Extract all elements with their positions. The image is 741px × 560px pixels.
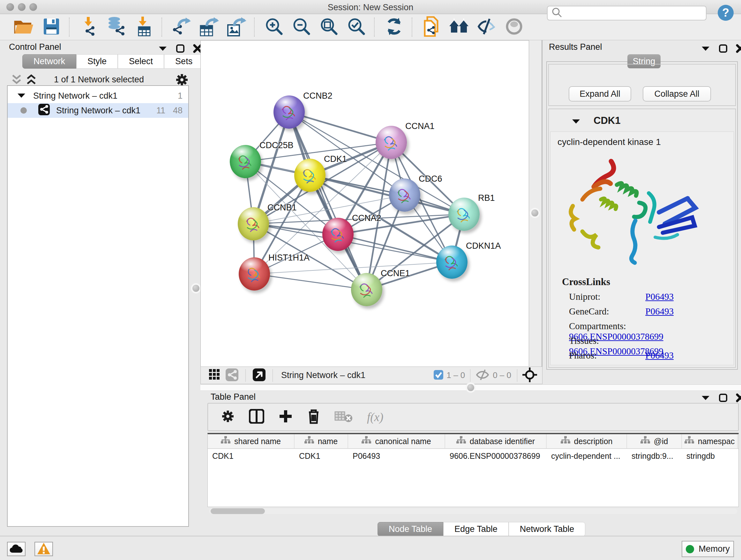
- tab-sets[interactable]: Sets: [164, 54, 204, 69]
- zoom-fit-button[interactable]: [318, 18, 340, 36]
- column-header-shared-name[interactable]: shared name: [208, 434, 294, 448]
- left-splitter-handle[interactable]: [192, 285, 199, 292]
- tab-edge-table[interactable]: Edge Table: [443, 522, 509, 537]
- crosslink-label: Uniprot:: [569, 292, 643, 302]
- network-node-CCNA2[interactable]: [322, 218, 354, 251]
- network-tree: String Network – cdk1 1 String Network –…: [7, 85, 189, 527]
- network-node-CDC25B[interactable]: [230, 145, 261, 178]
- collapse-all-networks-icon[interactable]: [11, 74, 22, 87]
- table-scrollbar-thumb[interactable]: [211, 508, 265, 514]
- show-all-button[interactable]: [503, 18, 525, 36]
- maximize-panel-icon[interactable]: [719, 393, 728, 403]
- export-table-button[interactable]: [198, 18, 220, 36]
- float-panel-icon[interactable]: [701, 395, 711, 402]
- birdseye-crosshair-icon[interactable]: [522, 368, 537, 383]
- help-button[interactable]: ?: [718, 4, 734, 22]
- network-node-CCNB2[interactable]: [273, 96, 305, 129]
- column-header-database-identifier[interactable]: database identifier: [445, 434, 547, 448]
- horizontal-splitter-handle[interactable]: [467, 384, 474, 391]
- zoom-in-button[interactable]: [263, 18, 285, 36]
- tab-network[interactable]: Network: [22, 54, 76, 69]
- column-header-namespac[interactable]: namespac: [682, 434, 738, 448]
- network-node-HIST1H1A[interactable]: [239, 257, 270, 291]
- network-node-CDC6[interactable]: [389, 179, 420, 212]
- column-header-name[interactable]: name: [294, 434, 348, 448]
- cell--id[interactable]: stringdb:9...: [627, 449, 682, 463]
- table-horizontal-scrollbar[interactable]: [209, 508, 737, 514]
- export-image-button[interactable]: [225, 18, 248, 36]
- detach-view-icon[interactable]: [253, 368, 266, 382]
- export-network-button[interactable]: [171, 18, 193, 36]
- close-panel-icon[interactable]: [736, 393, 741, 403]
- crosslink-value-link[interactable]: P06493: [645, 306, 674, 316]
- protein-expander-icon[interactable]: [571, 118, 581, 126]
- network-node-CDKN1A[interactable]: [436, 246, 468, 279]
- network-node-CCNE1[interactable]: [351, 273, 382, 306]
- network-canvas[interactable]: CCNB2 CCNA1 CDC25B CDK1 CDC6 RB1: [200, 40, 529, 367]
- hidden-eye-icon[interactable]: [475, 369, 489, 382]
- table-row[interactable]: CDK1CDK1P064939606.ENSP00000378699cyclin…: [208, 449, 738, 463]
- cell-name[interactable]: CDK1: [294, 449, 348, 463]
- float-panel-icon[interactable]: [158, 45, 167, 53]
- status-bar: [0, 536, 741, 560]
- search-input[interactable]: [562, 9, 699, 17]
- column-header--id[interactable]: @id: [627, 434, 682, 448]
- network-collection-row[interactable]: String Network – cdk1 1: [8, 88, 188, 103]
- first-neighbors-button[interactable]: [448, 18, 470, 36]
- save-session-button[interactable]: [40, 18, 63, 36]
- zoom-selected-button[interactable]: [345, 18, 367, 36]
- network-from-selection-button[interactable]: [421, 18, 443, 36]
- search-box[interactable]: [547, 6, 706, 20]
- memory-button[interactable]: Memory: [682, 541, 734, 557]
- tab-select[interactable]: Select: [118, 54, 164, 69]
- warnings-button[interactable]: [35, 542, 53, 556]
- tab-style[interactable]: Style: [76, 54, 118, 69]
- import-table-button[interactable]: [133, 18, 155, 36]
- horizontal-splitter[interactable]: [200, 384, 741, 391]
- crosslink-value-link[interactable]: P06493: [645, 292, 674, 302]
- cell-namespac[interactable]: stringdb: [682, 449, 738, 463]
- network-node-CCNB1[interactable]: [238, 207, 269, 240]
- apply-layout-button[interactable]: [383, 18, 405, 36]
- hide-selected-button[interactable]: [475, 18, 498, 36]
- network-node-CDK1[interactable]: [294, 159, 326, 192]
- network-node-RB1[interactable]: [448, 198, 480, 231]
- grid-view-icon[interactable]: [208, 368, 221, 382]
- cell-description[interactable]: cyclin-dependent ...: [547, 449, 627, 463]
- collection-expander-icon[interactable]: [17, 91, 26, 101]
- cell-shared-name[interactable]: CDK1: [208, 449, 294, 463]
- float-panel-icon[interactable]: [701, 45, 711, 53]
- cell-canonical-name[interactable]: P06493: [348, 449, 445, 463]
- selected-checkbox-icon[interactable]: [434, 370, 443, 381]
- collapse-all-button[interactable]: Collapse All: [643, 86, 711, 102]
- table-options-gear-icon[interactable]: [221, 409, 235, 425]
- open-file-button[interactable]: [13, 18, 35, 36]
- maximize-panel-icon[interactable]: [719, 44, 728, 54]
- right-splitter-handle[interactable]: [531, 209, 538, 216]
- cloud-status-button[interactable]: [7, 542, 25, 556]
- import-network-button[interactable]: [78, 18, 100, 36]
- delete-column-icon[interactable]: [307, 408, 320, 426]
- cell-database-identifier[interactable]: 9606.ENSP00000378699: [445, 449, 547, 463]
- column-header-description[interactable]: description: [547, 434, 627, 448]
- import-network-database-button[interactable]: [105, 18, 128, 36]
- network-row[interactable]: String Network – cdk1 11 48: [8, 103, 188, 118]
- memory-label: Memory: [698, 544, 730, 554]
- tab-network-table[interactable]: Network Table: [509, 522, 586, 537]
- maximize-panel-icon[interactable]: [176, 44, 185, 54]
- network-node-CCNA1[interactable]: [376, 126, 407, 159]
- column-header-canonical-name[interactable]: canonical name: [348, 434, 445, 448]
- crosslink-value-link[interactable]: P06493: [645, 350, 674, 361]
- expand-all-button[interactable]: Expand All: [569, 86, 631, 102]
- expand-all-networks-icon[interactable]: [26, 74, 37, 87]
- node-structure-thumbnail: [239, 257, 270, 291]
- crosslink-row: Uniprot: P06493: [569, 292, 674, 302]
- tab-node-table[interactable]: Node Table: [378, 522, 443, 537]
- memory-status-dot: [686, 545, 694, 553]
- import-network-database-icon: [107, 17, 126, 38]
- zoom-out-button[interactable]: [290, 18, 313, 36]
- network-overview-icon[interactable]: [226, 368, 239, 382]
- add-column-icon[interactable]: [278, 409, 293, 425]
- show-columns-icon[interactable]: [249, 409, 264, 425]
- close-panel-icon[interactable]: [736, 44, 741, 54]
